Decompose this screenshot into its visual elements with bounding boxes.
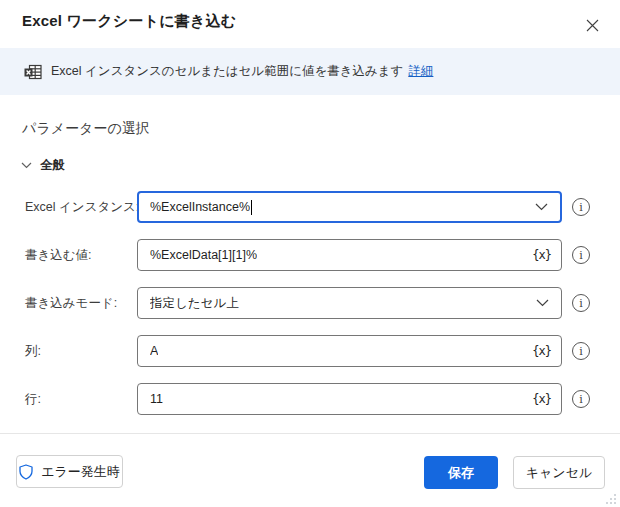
- fx-variable-picker-button[interactable]: {x}: [532, 344, 551, 358]
- info-icon[interactable]: i: [572, 246, 590, 264]
- chevron-down-icon[interactable]: [534, 297, 551, 309]
- row-input[interactable]: 11 {x}: [137, 383, 562, 415]
- field-row-write-mode: 書き込みモード: 指定したセル上 i: [0, 287, 620, 319]
- write-to-excel-dialog: Excel ワークシートに書き込む Excel インスタンスのセルまたはセル範囲…: [0, 0, 620, 507]
- excel-instance-label: Excel インスタンス:: [25, 191, 139, 223]
- field-row-excel-instance: Excel インスタンス: %ExcelInstance% i: [0, 191, 620, 223]
- info-icon[interactable]: i: [572, 294, 590, 312]
- column-input[interactable]: A {x}: [137, 335, 562, 367]
- action-description-text: Excel インスタンスのセルまたはセル範囲に値を書き込みます: [51, 63, 403, 80]
- excel-worksheet-icon: [24, 64, 42, 80]
- shield-icon: [19, 464, 33, 480]
- parameters-header: パラメーターの選択: [22, 120, 150, 138]
- value-to-write-label: 書き込む値:: [25, 239, 92, 271]
- write-mode-combobox[interactable]: 指定したセル上: [137, 287, 562, 319]
- save-button[interactable]: 保存: [424, 456, 498, 489]
- close-icon[interactable]: [580, 13, 604, 37]
- text-caret: [251, 200, 252, 215]
- chevron-down-icon[interactable]: [533, 201, 550, 213]
- excel-instance-combobox[interactable]: %ExcelInstance%: [137, 191, 562, 223]
- action-description-banner: Excel インスタンスのセルまたはセル範囲に値を書き込みます 詳細: [0, 48, 620, 95]
- fx-variable-picker-button[interactable]: {x}: [532, 392, 551, 406]
- info-icon[interactable]: i: [572, 390, 590, 408]
- general-section-toggle[interactable]: 全般: [21, 157, 65, 174]
- details-link[interactable]: 詳細: [408, 63, 433, 80]
- write-mode-label: 書き込みモード:: [25, 287, 117, 319]
- on-error-button[interactable]: エラー発生時: [16, 455, 123, 488]
- value-to-write-input[interactable]: %ExcelData[1][1]% {x}: [137, 239, 562, 271]
- dialog-title: Excel ワークシートに書き込む: [22, 12, 236, 31]
- column-value: A: [150, 344, 158, 358]
- info-icon[interactable]: i: [572, 342, 590, 360]
- on-error-label: エラー発生時: [41, 463, 120, 481]
- general-section-label: 全般: [40, 157, 65, 174]
- info-icon[interactable]: i: [572, 198, 590, 216]
- row-value: 11: [150, 392, 163, 406]
- close-x-glyph: [586, 19, 599, 32]
- resize-grip[interactable]: [603, 491, 617, 505]
- chevron-down-icon: [21, 162, 32, 169]
- value-to-write-value: %ExcelData[1][1]%: [150, 248, 257, 262]
- field-row-row: 行: 11 {x} i: [0, 383, 620, 415]
- excel-instance-value: %ExcelInstance%: [150, 200, 250, 214]
- row-label: 行:: [25, 383, 41, 415]
- fx-variable-picker-button[interactable]: {x}: [532, 248, 551, 262]
- field-row-column: 列: A {x} i: [0, 335, 620, 367]
- field-row-value-to-write: 書き込む値: %ExcelData[1][1]% {x} i: [0, 239, 620, 271]
- column-label: 列:: [25, 335, 41, 367]
- footer-divider: [0, 433, 620, 434]
- write-mode-value: 指定したセル上: [150, 295, 239, 312]
- cancel-button[interactable]: キャンセル: [513, 456, 605, 489]
